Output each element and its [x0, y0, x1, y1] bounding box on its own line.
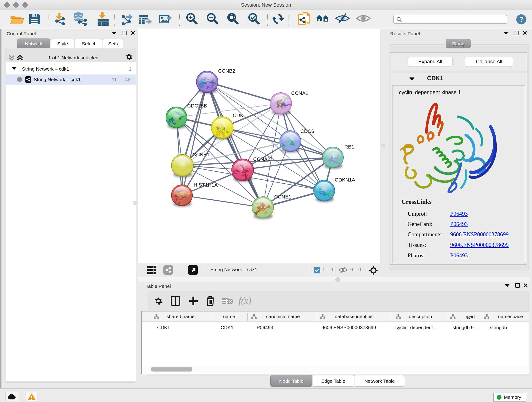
svg-text:CCNB2: CCNB2	[218, 68, 235, 74]
svg-text:CCNA1: CCNA1	[291, 90, 308, 96]
svg-text:CDC25B: CDC25B	[187, 103, 207, 109]
svg-text:RB1: RB1	[344, 144, 354, 150]
svg-text:CCNA2: CCNA2	[253, 156, 270, 162]
svg-text:CDK1: CDK1	[233, 113, 246, 118]
svg-text:CDKN1A: CDKN1A	[335, 177, 355, 183]
svg-text:?: ?	[519, 15, 524, 23]
svg-text:CDC6: CDC6	[300, 128, 314, 134]
svg-text:CCNB1: CCNB1	[192, 152, 210, 157]
svg-text:HIST1H1A: HIST1H1A	[194, 182, 218, 188]
svg-text:CCNE1: CCNE1	[274, 194, 291, 200]
